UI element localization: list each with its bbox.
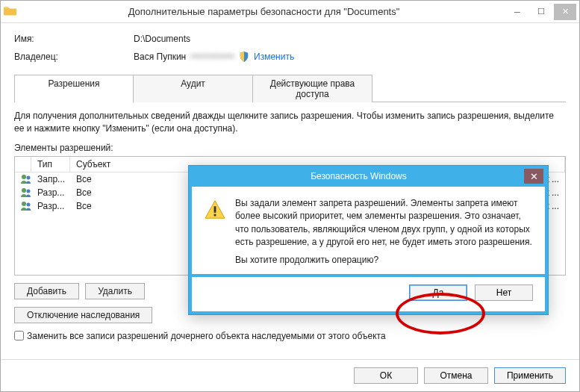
add-button[interactable]: Добавить — [14, 283, 79, 299]
modal-question: Вы хотите продолжить операцию? — [235, 254, 533, 267]
tab-effective-access[interactable]: Действующие права доступа — [253, 75, 372, 102]
modal-text: Вы задали элемент запрета разрешений. Эл… — [235, 197, 533, 249]
yes-button[interactable]: Да — [409, 284, 467, 301]
warning-icon — [204, 199, 226, 221]
security-warning-dialog: Безопасность Windows ✕ Вы задали элемент… — [188, 165, 549, 315]
svg-point-3 — [27, 189, 31, 193]
owner-account-blurred: •••••••••••••• — [190, 52, 234, 62]
owner-label: Владелец: — [14, 52, 134, 62]
apply-button[interactable]: Применить — [494, 367, 566, 384]
users-icon — [20, 201, 32, 211]
cancel-button[interactable]: Отмена — [424, 367, 488, 384]
svg-point-4 — [22, 202, 26, 206]
tab-permissions[interactable]: Разрешения — [14, 75, 134, 102]
disable-inheritance-button[interactable]: Отключение наследования — [14, 307, 152, 323]
minimize-button[interactable]: ─ — [506, 4, 528, 20]
no-button[interactable]: Нет — [475, 284, 533, 301]
window-title: Дополнительные параметры безопасности дл… — [23, 6, 505, 17]
remove-button[interactable]: Удалить — [85, 283, 145, 299]
replace-child-checkbox-input[interactable] — [14, 331, 24, 340]
help-text: Для получения дополнительных сведений дв… — [14, 110, 566, 135]
maximize-button[interactable]: ☐ — [530, 4, 552, 20]
tabs: Разрешения Аудит Действующие права досту… — [14, 74, 566, 102]
dialog-footer: ОК Отмена Применить — [1, 359, 579, 391]
replace-child-checkbox[interactable]: Заменить все записи разрешений дочернего… — [14, 331, 566, 341]
svg-rect-7 — [214, 214, 216, 217]
tab-audit[interactable]: Аудит — [134, 75, 253, 102]
change-owner-link[interactable]: Изменить — [254, 52, 294, 62]
owner-value: Вася Пупкин — [134, 52, 186, 62]
close-button[interactable]: ✕ — [554, 4, 576, 20]
name-value: D:\Documents — [134, 34, 190, 44]
titlebar[interactable]: Дополнительные параметры безопасности дл… — [1, 1, 579, 23]
users-icon — [20, 174, 32, 184]
svg-point-1 — [27, 175, 31, 179]
svg-point-0 — [22, 175, 26, 179]
svg-point-2 — [22, 188, 26, 193]
users-icon — [20, 187, 32, 198]
svg-point-5 — [27, 202, 31, 206]
col-type[interactable]: Тип — [31, 157, 70, 172]
folder-icon — [4, 5, 17, 19]
modal-close-button[interactable]: ✕ — [524, 169, 543, 184]
modal-title: Безопасность Windows — [193, 171, 524, 181]
ok-button[interactable]: ОК — [354, 367, 418, 384]
shield-icon — [239, 52, 249, 62]
modal-titlebar[interactable]: Безопасность Windows ✕ — [189, 166, 548, 187]
elements-label: Элементы разрешений: — [14, 143, 566, 153]
name-label: Имя: — [14, 34, 134, 44]
svg-rect-6 — [214, 206, 216, 212]
